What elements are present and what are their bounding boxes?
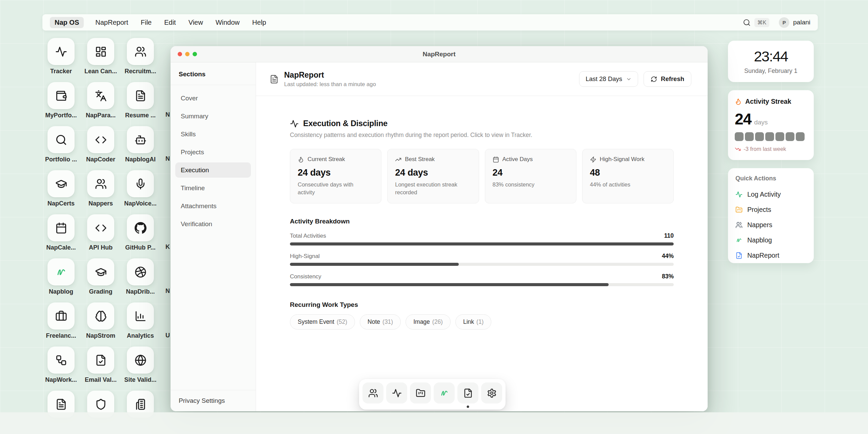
search-icon[interactable] (743, 19, 751, 26)
sidebar-item[interactable]: Cover (175, 91, 251, 106)
sidebar-item[interactable]: Attachments (175, 198, 251, 214)
report-content: Execution & Discipline Consistency patte… (256, 96, 708, 411)
partial-app-label: N (165, 155, 170, 162)
sidebar-item[interactable]: Verification (175, 216, 251, 232)
desktop-app[interactable]: NapblogAI (127, 126, 154, 163)
menu-item[interactable]: NapReport (95, 19, 128, 26)
quick-action[interactable]: Nappers (735, 217, 806, 233)
desktop-app[interactable]: Site Valid... (127, 347, 154, 384)
work-type-pill[interactable]: Link (1) (455, 314, 492, 330)
pill-count: (52) (337, 318, 347, 326)
user-name[interactable]: palani (793, 19, 810, 26)
desktop-app[interactable]: NapCale... (47, 214, 75, 252)
dock-app[interactable] (386, 382, 407, 403)
stat-subtext: 44% of activities (590, 181, 661, 189)
stat-card[interactable]: Current Streak 24 days Consecutive days … (290, 149, 381, 203)
desktop-app[interactable]: Portfolio ... (47, 126, 75, 163)
dock-app[interactable] (362, 382, 383, 403)
app-label: Nappers (79, 200, 123, 207)
avatar[interactable]: P (779, 17, 789, 28)
desktop-app[interactable]: Freelanc... (47, 302, 75, 340)
desktop-app[interactable]: Grading (87, 258, 114, 296)
menu-item[interactable]: File (141, 19, 152, 26)
work-type-pill[interactable]: Note (31) (360, 314, 401, 330)
quick-action[interactable]: NapReport (735, 248, 806, 263)
chevron-down-icon (626, 76, 632, 82)
sidebar-item[interactable]: Execution (175, 162, 251, 178)
app-icon (135, 90, 146, 102)
minimize-button[interactable] (185, 52, 190, 56)
desktop-app[interactable]: Resume ... (127, 82, 154, 119)
zoom-button[interactable] (193, 52, 197, 56)
sidebar-item[interactable]: Projects (175, 144, 251, 160)
desktop-app[interactable]: NapDrib... (127, 258, 154, 296)
desktop-app[interactable]: NapPara... (87, 82, 114, 119)
app-icon (95, 134, 107, 146)
stat-label: Best Streak (405, 156, 435, 163)
desktop-app[interactable]: NapCoder (87, 126, 114, 163)
desktop-app[interactable]: NapWork... (47, 347, 75, 384)
refresh-button[interactable]: Refresh (644, 71, 691, 87)
sidebar-footer-privacy-settings[interactable]: Privacy Settings (171, 390, 256, 411)
dock-app-icon (439, 388, 449, 398)
streak-squares (735, 132, 807, 141)
app-icon (95, 178, 107, 190)
desktop-app[interactable]: Analytics (127, 302, 154, 340)
desktop-app[interactable]: Tracker (47, 38, 75, 75)
desktop-app[interactable]: Nappers (87, 170, 114, 208)
stat-cards: Current Streak 24 days Consecutive days … (290, 149, 674, 203)
app-label: GitHub P... (118, 244, 162, 251)
menu-item[interactable]: Window (216, 19, 240, 26)
quick-actions-title: Quick Actions (735, 175, 806, 182)
desktop-app[interactable]: Recruitm... (127, 38, 154, 75)
desktop-app[interactable]: API Hub (87, 214, 114, 252)
dock (359, 379, 506, 410)
work-type-pill[interactable]: Image (26) (406, 314, 451, 330)
dock-app[interactable] (434, 382, 455, 403)
app-tile (47, 258, 75, 285)
quick-action-icon (735, 237, 743, 244)
close-button[interactable] (178, 52, 182, 56)
menu-item[interactable]: Edit (164, 19, 176, 26)
sidebar-item[interactable]: Timeline (175, 180, 251, 196)
stat-card[interactable]: Best Streak 24 days Longest execution st… (387, 149, 479, 203)
work-type-pill[interactable]: System Event (52) (290, 314, 355, 330)
streak-day-square (745, 132, 754, 141)
stat-card[interactable]: High-Signal Work 48 44% of activities (582, 149, 674, 203)
desktop-app[interactable]: Napblog (47, 258, 75, 296)
app-icon (135, 354, 146, 366)
dock-app[interactable] (481, 382, 502, 403)
dock-app[interactable] (410, 382, 431, 403)
menu-item[interactable]: Help (252, 19, 266, 26)
app-icon (95, 310, 107, 322)
sidebar-item[interactable]: Summary (175, 108, 251, 124)
desktop-app[interactable]: MyPortfo... (47, 82, 75, 119)
window-titlebar[interactable]: NapReport (171, 46, 708, 62)
stat-subtext: 83% consistency (493, 181, 564, 189)
desktop-app[interactable]: NapStrom (87, 302, 114, 340)
stat-card[interactable]: Active Days 24 83% consistency (485, 149, 576, 203)
quick-action[interactable]: Log Activity (735, 187, 806, 202)
menu-item[interactable]: View (189, 19, 203, 26)
menu-item-nap-os[interactable]: Nap OS (50, 17, 84, 28)
desktop-app[interactable]: GitHub P... (127, 214, 154, 252)
page-title: NapReport (284, 71, 376, 80)
quick-action[interactable]: Napblog (735, 233, 806, 248)
clock-widget: 23:44 Sunday, February 1 (728, 41, 814, 82)
desktop-app[interactable]: Email Val... (87, 347, 114, 384)
desktop-app[interactable]: NapVoice... (127, 170, 154, 208)
desktop-app[interactable]: NapCerts (47, 170, 75, 208)
refresh-label: Refresh (661, 75, 684, 83)
quick-action-label: Projects (747, 206, 771, 214)
section-description[interactable]: Consistency patterns and execution rhyth… (290, 132, 674, 139)
desktop-app[interactable]: Lean Can... (87, 38, 114, 75)
app-tile (127, 258, 154, 285)
date-range-select[interactable]: Last 28 Days (579, 71, 638, 87)
stat-icon (395, 156, 401, 163)
sidebar-item[interactable]: Skills (175, 126, 251, 142)
dock-app[interactable] (457, 382, 478, 403)
progress-bar-fill (290, 242, 674, 245)
app-label: NapCerts (39, 200, 83, 207)
report-titles: NapReport Last updated: less than a minu… (284, 71, 376, 87)
quick-action[interactable]: Projects (735, 202, 806, 217)
